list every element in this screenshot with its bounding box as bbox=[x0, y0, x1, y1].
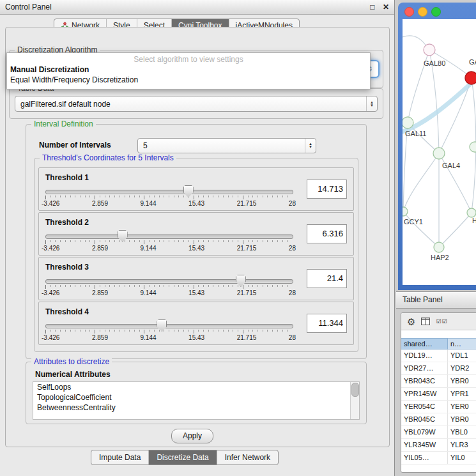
cell-name[interactable]: YDR2 bbox=[447, 362, 476, 374]
threshold-slider[interactable] bbox=[45, 185, 292, 201]
node-right-cut[interactable] bbox=[470, 142, 476, 152]
cell-shared-name[interactable]: YIL05… bbox=[401, 452, 447, 464]
threshold-value-field[interactable]: 14.713 bbox=[307, 180, 347, 199]
tick-label: 28 bbox=[289, 200, 296, 207]
attribute-list-item[interactable]: TopologicalCoefficient bbox=[33, 392, 359, 403]
cell-name[interactable]: YLR3 bbox=[447, 439, 476, 451]
threshold-panel-1: Threshold 1 -3.4262.8599.14415.4321.7152… bbox=[38, 167, 354, 211]
threshold-label: Threshold 4 bbox=[45, 307, 89, 316]
dropdown-option-equal-width[interactable]: Equal Width/Frequency Discretization bbox=[7, 74, 370, 84]
cell-name[interactable]: YBL0 bbox=[447, 426, 476, 438]
attributes-legend: Attributes to discretize bbox=[31, 357, 112, 366]
threshold-value-field[interactable]: 21.4 bbox=[307, 269, 347, 288]
tick-label: 21.715 bbox=[237, 334, 257, 341]
tab-discretize-data[interactable]: Discretize Data bbox=[148, 450, 216, 464]
attribute-list-item[interactable]: SelfLoops bbox=[33, 382, 359, 392]
bottom-tab-strip: Impute Data Discretize Data Infer Networ… bbox=[91, 450, 279, 465]
select-none-checkbox-icon[interactable]: ☑ bbox=[442, 318, 448, 325]
attribute-list-item[interactable]: BetweennessCentrality bbox=[33, 403, 359, 413]
cell-shared-name[interactable]: YBR045C bbox=[401, 413, 447, 426]
scrollbar-thumb[interactable] bbox=[351, 383, 359, 397]
threshold-value-field[interactable]: 6.316 bbox=[307, 224, 347, 243]
table-panel-window: ⚙ ☑☑ shared… n… YDL19… YDL1 YDR27… YDR2 … bbox=[401, 312, 476, 473]
cell-name[interactable]: YIL0 bbox=[447, 452, 476, 464]
tick-label: 15.43 bbox=[188, 334, 204, 341]
tick-label: -3.426 bbox=[42, 289, 59, 296]
cell-shared-name[interactable]: YBL079W bbox=[401, 426, 447, 438]
cell-name[interactable]: YER0 bbox=[447, 401, 476, 413]
node-selected-red[interactable] bbox=[465, 72, 476, 84]
node-hap2[interactable] bbox=[434, 242, 444, 252]
interval-definition-fieldset: Interval Definition Number of Intervals … bbox=[26, 124, 367, 359]
zoom-traffic-light-icon[interactable] bbox=[431, 7, 441, 17]
list-scrollbar[interactable] bbox=[350, 382, 359, 419]
gear-icon[interactable]: ⚙ bbox=[407, 317, 415, 326]
node-label-gal11: GAL11 bbox=[405, 130, 426, 137]
table-row[interactable]: YER054C YER0 bbox=[401, 401, 476, 413]
table-row[interactable]: YDL19… YDL1 bbox=[401, 349, 476, 362]
tick-label: 9.144 bbox=[141, 245, 157, 252]
cell-shared-name[interactable]: YLR345W bbox=[401, 439, 447, 451]
cell-name[interactable]: YBR0 bbox=[447, 375, 476, 387]
cell-name[interactable]: YPR1 bbox=[447, 388, 476, 400]
threshold-slider[interactable] bbox=[45, 229, 292, 246]
dropdown-option-manual-discretization[interactable]: Manual Discretization bbox=[7, 64, 370, 74]
column-header-name[interactable]: n… bbox=[448, 338, 476, 349]
combobox-stepper[interactable]: ▲ ▼ bbox=[366, 96, 377, 111]
cell-name[interactable]: YDL1 bbox=[447, 349, 476, 362]
float-window-icon[interactable]: □ bbox=[370, 3, 374, 12]
control-panel-titlebar: Control Panel □ ✕ bbox=[0, 0, 394, 15]
cell-shared-name[interactable]: YDR27… bbox=[401, 362, 447, 374]
slider-track[interactable] bbox=[45, 234, 293, 239]
table-row[interactable]: YDR27… YDR2 bbox=[401, 362, 476, 375]
table-row[interactable]: YPR145W YPR1 bbox=[401, 388, 476, 401]
network-view-window: GAL80 GA GAL11 GAL4 GCY1 H HAP2 bbox=[398, 3, 476, 290]
tick-label: -3.426 bbox=[42, 334, 59, 341]
table-row[interactable]: YBR043C YBR0 bbox=[401, 375, 476, 388]
tick-label: 21.715 bbox=[237, 200, 257, 207]
node-gal11[interactable] bbox=[403, 117, 413, 128]
node-h[interactable] bbox=[467, 208, 476, 217]
slider-tick-marks bbox=[45, 285, 292, 289]
network-edges bbox=[403, 36, 476, 247]
cell-name[interactable]: YBR0 bbox=[447, 413, 476, 426]
cell-shared-name[interactable]: YDL19… bbox=[401, 349, 447, 362]
cell-shared-name[interactable]: YER054C bbox=[401, 401, 447, 413]
slider-track[interactable] bbox=[45, 279, 293, 284]
node-label-gal80: GAL80 bbox=[424, 59, 445, 67]
cell-shared-name[interactable]: YBR043C bbox=[401, 375, 447, 387]
threshold-value-field[interactable]: 11.344 bbox=[307, 314, 347, 333]
threshold-label: Threshold 2 bbox=[45, 218, 89, 227]
threshold-slider[interactable] bbox=[45, 274, 292, 291]
node-gcy1[interactable] bbox=[403, 207, 408, 216]
combobox-stepper[interactable]: ▲ ▼ bbox=[305, 139, 316, 153]
number-of-intervals-combobox[interactable]: 5 ▲ ▼ bbox=[137, 138, 316, 153]
column-header-shared-name[interactable]: shared… bbox=[401, 338, 448, 349]
tab-impute-data[interactable]: Impute Data bbox=[91, 450, 148, 464]
threshold-slider[interactable] bbox=[45, 319, 292, 335]
number-of-intervals-label: Number of Intervals bbox=[39, 141, 111, 150]
tab-infer-network[interactable]: Infer Network bbox=[217, 450, 278, 464]
close-traffic-light-icon[interactable] bbox=[404, 7, 414, 17]
node-gal4[interactable] bbox=[433, 148, 445, 159]
node-gal80[interactable] bbox=[424, 44, 435, 56]
table-data-combobox[interactable]: galFiltered.sif default node ▲ ▼ bbox=[15, 96, 378, 112]
table-toolbar: ⚙ ☑☑ bbox=[401, 313, 476, 330]
slider-track[interactable] bbox=[45, 190, 293, 194]
numerical-attributes-list[interactable]: SelfLoopsTopologicalCoefficientBetweenne… bbox=[33, 381, 360, 420]
columns-icon[interactable] bbox=[421, 318, 430, 325]
slider-track[interactable] bbox=[45, 324, 293, 328]
table-row[interactable]: YLR345W YLR3 bbox=[401, 439, 476, 452]
close-window-icon[interactable]: ✕ bbox=[383, 3, 389, 12]
minimize-traffic-light-icon[interactable] bbox=[418, 7, 427, 17]
table-row[interactable]: YIL05… YIL0 bbox=[401, 452, 476, 464]
table-panel-title: Table Panel bbox=[403, 292, 443, 307]
network-canvas[interactable]: GAL80 GA GAL11 GAL4 GCY1 H HAP2 bbox=[403, 19, 476, 285]
select-all-checkbox-icon[interactable]: ☑ bbox=[436, 318, 441, 325]
apply-button[interactable]: Apply bbox=[171, 429, 213, 443]
table-row[interactable]: YBR045C YBR0 bbox=[401, 413, 476, 426]
threshold-coordinates-fieldset: Threshold's Coordinates for 5 Intervals … bbox=[34, 158, 358, 352]
cell-shared-name[interactable]: YPR145W bbox=[401, 388, 447, 400]
dropdown-placeholder-option[interactable]: Select algorithm to view settings bbox=[7, 53, 370, 64]
table-row[interactable]: YBL079W YBL0 bbox=[401, 426, 476, 439]
